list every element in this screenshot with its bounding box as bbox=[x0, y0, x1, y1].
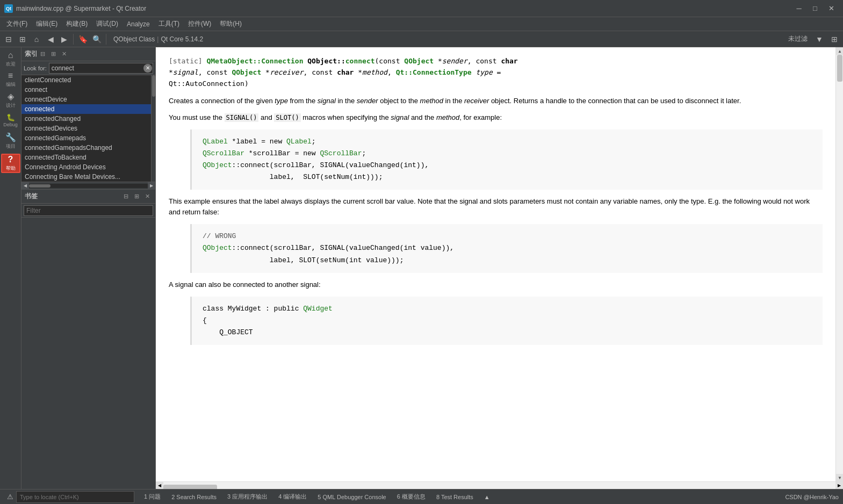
code-block-2: // WRONG QObject::connect(scrollBar, SIG… bbox=[190, 224, 823, 272]
hscroll-right[interactable]: ▶ bbox=[835, 482, 843, 489]
code-1-indent: label, SLOT(setNum(int))); bbox=[203, 173, 383, 181]
sig-p9: type bbox=[472, 68, 493, 76]
sender-em: sender bbox=[357, 97, 378, 105]
menu-build[interactable]: 构建(B) bbox=[62, 17, 92, 31]
filter-input[interactable] bbox=[24, 205, 153, 216]
window-controls: ─ □ ✕ bbox=[791, 3, 839, 15]
sidebar-item-debug[interactable]: 🐛 Debug bbox=[1, 111, 20, 130]
code-qobject-1: QObject bbox=[203, 161, 232, 169]
menu-file[interactable]: 文件(F) bbox=[2, 17, 32, 31]
bookmark-split-btn[interactable]: ⊟ bbox=[121, 192, 131, 201]
toolbar-search-online[interactable]: 🔍 bbox=[90, 33, 103, 46]
list-item[interactable]: connect bbox=[21, 85, 151, 95]
index-close-btn[interactable]: ✕ bbox=[59, 49, 69, 59]
index-hscroll-right[interactable]: ▶ bbox=[148, 182, 155, 190]
list-item[interactable]: connectedGamepads bbox=[21, 133, 151, 143]
list-item[interactable]: connectDevice bbox=[21, 95, 151, 104]
maximize-button[interactable]: □ bbox=[808, 3, 823, 15]
status-tab-arrow-up[interactable]: ▲ bbox=[479, 491, 495, 502]
status-tab-app-output[interactable]: 3 应用程序输出 bbox=[222, 491, 273, 502]
toolbar-filter-dropdown[interactable]: ▼ bbox=[813, 33, 826, 46]
close-button[interactable]: ✕ bbox=[824, 3, 839, 15]
hscroll-left[interactable]: ◀ bbox=[156, 482, 163, 489]
status-tab-summary[interactable]: 6 概要信息 bbox=[392, 491, 431, 502]
sig-return: QMetaObject::Connection bbox=[206, 57, 303, 65]
sidebar-item-welcome[interactable]: ⌂ 欢迎 bbox=[1, 49, 20, 69]
index-hscroll-left[interactable]: ◀ bbox=[21, 182, 29, 190]
content-scroll-thumb[interactable] bbox=[837, 55, 842, 82]
code-qwidget: QWidget bbox=[303, 305, 333, 313]
code-1-rest3: *scrollBar = new bbox=[244, 149, 320, 157]
index-hscroll-thumb[interactable] bbox=[29, 184, 51, 188]
sidebar-item-project[interactable]: 🔧 项目 bbox=[1, 131, 20, 150]
toolbar-separator-2 bbox=[106, 34, 106, 45]
sig-p10: = bbox=[493, 68, 501, 76]
index-list-scrollbar[interactable] bbox=[151, 75, 155, 182]
toolbar-back[interactable]: ◀ bbox=[44, 33, 57, 46]
menu-analyze[interactable]: Analyze bbox=[123, 17, 154, 31]
search-clear-button[interactable]: ✕ bbox=[143, 64, 152, 73]
index-split-horiz-btn[interactable]: ⊞ bbox=[48, 49, 58, 59]
list-item[interactable]: Connecting Bare Metal Devices... bbox=[21, 172, 151, 182]
content-scroll-up[interactable]: ▲ bbox=[836, 47, 843, 55]
minimize-button[interactable]: ─ bbox=[791, 3, 806, 15]
locate-input[interactable] bbox=[16, 491, 134, 503]
status-tab-search[interactable]: 2 Search Results bbox=[166, 491, 222, 502]
toolbar-separator bbox=[73, 34, 74, 45]
content-scroll-area: [static] QMetaObject::Connection QObject… bbox=[156, 47, 843, 481]
menu-help[interactable]: 帮助(H) bbox=[215, 17, 246, 31]
bookmark-split-horiz-btn[interactable]: ⊞ bbox=[132, 192, 141, 201]
index-split-btn[interactable]: ⊟ bbox=[38, 49, 47, 59]
list-item-connected[interactable]: connected bbox=[21, 104, 151, 114]
menu-debug[interactable]: 调试(D) bbox=[92, 17, 123, 31]
search-bar: Look for: ✕ bbox=[21, 61, 155, 75]
bookmark-header: 书签 ⊟ ⊞ ✕ bbox=[21, 190, 155, 204]
sidebar-item-help[interactable]: ? 帮助 bbox=[1, 154, 20, 173]
list-item[interactable]: connectedGamepadsChanged bbox=[21, 143, 151, 153]
status-tab-qml[interactable]: 5 QML Debugger Console bbox=[312, 491, 391, 502]
project-label: 项目 bbox=[6, 143, 16, 150]
toolbar-home[interactable]: ⌂ bbox=[30, 33, 43, 46]
list-item[interactable]: connectedDevices bbox=[21, 124, 151, 133]
search-input[interactable] bbox=[49, 63, 153, 74]
status-tab-test[interactable]: 8 Test Results bbox=[431, 491, 479, 502]
index-scroll-thumb[interactable] bbox=[152, 75, 155, 97]
toolbar-bookmark[interactable]: 🔖 bbox=[76, 33, 89, 46]
toolbar-split-horiz[interactable]: ⊞ bbox=[16, 33, 29, 46]
status-tab-issues[interactable]: 1 问题 bbox=[139, 491, 166, 502]
help-icon: ? bbox=[8, 155, 13, 164]
toolbar-split-vert[interactable]: ⊟ bbox=[2, 33, 15, 46]
toolbar-forward[interactable]: ▶ bbox=[57, 33, 70, 46]
content-scrollbar[interactable]: ▲ ▼ bbox=[835, 47, 843, 481]
bookmark-close-btn[interactable]: ✕ bbox=[142, 192, 152, 201]
content-scroll-down[interactable]: ▼ bbox=[836, 474, 843, 481]
menu-edit[interactable]: 编辑(E) bbox=[32, 17, 62, 31]
doc-para-1: Creates a connection of the given type f… bbox=[169, 96, 823, 106]
bookmark-section: 书签 ⊟ ⊞ ✕ bbox=[21, 190, 155, 489]
help-label: 帮助 bbox=[6, 165, 16, 172]
index-title: 索引 bbox=[25, 49, 38, 59]
sig-method-it: method bbox=[362, 68, 387, 76]
list-item-connecting-android[interactable]: Connecting Android Devices bbox=[21, 162, 151, 172]
sig-char1: char bbox=[501, 57, 517, 65]
search-input-wrap: ✕ bbox=[49, 63, 153, 74]
toolbar-expand[interactable]: ⊞ bbox=[828, 33, 841, 46]
status-tab-compile[interactable]: 4 编译输出 bbox=[273, 491, 312, 502]
sidebar-item-edit[interactable]: ≡ 编辑 bbox=[1, 70, 20, 89]
menu-controls[interactable]: 控件(W) bbox=[184, 17, 215, 31]
code-2-indent: label, SLOT(setNum(int value))); bbox=[203, 256, 404, 264]
list-item[interactable]: connectedChanged bbox=[21, 114, 151, 124]
signal-em2: signal bbox=[391, 113, 409, 121]
list-item[interactable]: connectedToBackend bbox=[21, 153, 151, 162]
statusbar-warning-icon: ⚠ bbox=[4, 491, 16, 503]
doc-para-4: A signal can also be connected to anothe… bbox=[169, 279, 823, 290]
hscroll-thumb[interactable] bbox=[163, 485, 217, 489]
method-em2: method bbox=[436, 113, 459, 121]
menu-tools[interactable]: 工具(T) bbox=[154, 17, 184, 31]
list-item[interactable]: clientConnected bbox=[21, 75, 151, 85]
sig-params1: (const bbox=[375, 57, 405, 65]
breadcrumb-class: QObject Class bbox=[113, 35, 155, 43]
sidebar-item-design[interactable]: ◈ 设计 bbox=[1, 90, 20, 110]
breadcrumb-sep: | bbox=[157, 35, 158, 43]
breadcrumb: QObject Class | Qt Core 5.14.2 bbox=[109, 35, 207, 43]
